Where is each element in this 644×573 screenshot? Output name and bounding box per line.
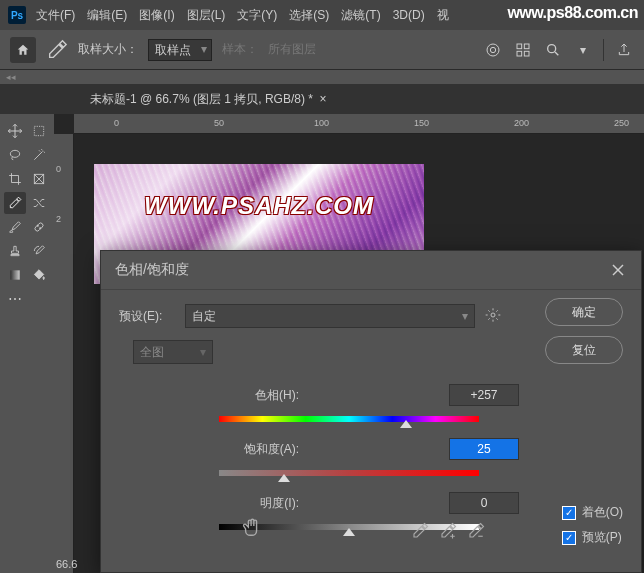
- eyedropper-tool[interactable]: [4, 192, 26, 214]
- svg-point-19: [491, 313, 495, 317]
- sample-size-label: 取样大小：: [78, 41, 138, 58]
- svg-rect-3: [524, 44, 529, 49]
- lightness-label: 明度(I):: [159, 495, 319, 512]
- eyedropper-plus-icon[interactable]: [439, 522, 459, 542]
- svg-rect-13: [34, 222, 44, 232]
- colorize-checkbox[interactable]: ✓: [562, 506, 576, 520]
- ps-logo: Ps: [8, 6, 26, 24]
- move-tool[interactable]: [4, 120, 26, 142]
- stamp-tool[interactable]: [4, 240, 26, 262]
- sample-value: 所有图层: [268, 41, 316, 58]
- svg-rect-10: [34, 174, 43, 183]
- menu-image[interactable]: 图像(I): [139, 7, 174, 24]
- preset-label: 预设(E):: [119, 308, 175, 325]
- eyedropper-icon[interactable]: [411, 522, 431, 542]
- svg-line-12: [34, 174, 43, 183]
- svg-point-15: [40, 228, 41, 229]
- menu-type[interactable]: 文字(Y): [237, 7, 277, 24]
- saturation-slider[interactable]: [219, 464, 479, 482]
- frame-tool[interactable]: [28, 168, 50, 190]
- menu-3d[interactable]: 3D(D): [393, 8, 425, 22]
- options-bar: 取样大小： 取样点 样本： 所有图层 ▾: [0, 30, 644, 70]
- eyedropper-tool-icon: [46, 39, 68, 61]
- svg-point-1: [490, 47, 495, 52]
- hand-icon[interactable]: [241, 516, 265, 540]
- watermark: www.ps88.com.cn: [507, 4, 638, 22]
- hue-slider[interactable]: [219, 410, 479, 428]
- svg-point-14: [37, 225, 38, 226]
- menu-filter[interactable]: 滤镜(T): [341, 7, 380, 24]
- menu-file[interactable]: 文件(F): [36, 7, 75, 24]
- dialog-title: 色相/饱和度: [115, 261, 189, 279]
- crop-tool[interactable]: [4, 168, 26, 190]
- preview-label: 预览(P): [582, 529, 622, 546]
- gear-icon[interactable]: [485, 307, 505, 326]
- svg-line-18: [613, 265, 623, 275]
- svg-rect-5: [524, 51, 529, 56]
- grid-icon[interactable]: [513, 40, 533, 60]
- preset-select[interactable]: 自定▾: [185, 304, 475, 328]
- preview-checkbox[interactable]: ✓: [562, 531, 576, 545]
- rings-icon[interactable]: [483, 40, 503, 60]
- hue-label: 色相(H):: [159, 387, 319, 404]
- svg-line-17: [613, 265, 623, 275]
- ruler-vertical: 0 2: [54, 134, 74, 573]
- svg-line-7: [555, 52, 558, 55]
- svg-rect-2: [517, 44, 522, 49]
- tab-row: 未标题-1 @ 66.7% (图层 1 拷贝, RGB/8) * ×: [0, 84, 644, 114]
- shuffle-tool[interactable]: [28, 192, 50, 214]
- canvas-watermark-text: WWW.PSAHZ.COM: [144, 192, 374, 220]
- svg-line-11: [34, 174, 43, 183]
- bucket-tool[interactable]: [28, 264, 50, 286]
- menu-edit[interactable]: 编辑(E): [87, 7, 127, 24]
- menu-select[interactable]: 选择(S): [289, 7, 329, 24]
- menu-layer[interactable]: 图层(L): [187, 7, 226, 24]
- ok-button[interactable]: 确定: [545, 298, 623, 326]
- drag-handle-icon[interactable]: ◂◂: [6, 72, 16, 82]
- handle-row: ◂◂: [0, 70, 644, 84]
- svg-rect-4: [517, 51, 522, 56]
- lightness-value[interactable]: 0: [449, 492, 519, 514]
- ruler-horizontal: 0 50 100 150 200 250: [74, 114, 644, 134]
- saturation-label: 饱和度(A):: [159, 441, 319, 458]
- svg-rect-8: [34, 126, 43, 135]
- svg-point-9: [10, 150, 19, 157]
- share-icon[interactable]: [614, 40, 634, 60]
- home-button[interactable]: [10, 37, 36, 63]
- range-select[interactable]: 全图▾: [133, 340, 213, 364]
- dialog-titlebar: 色相/饱和度: [101, 251, 641, 290]
- ellipsis-tool[interactable]: ⋯: [4, 288, 26, 310]
- menu-view[interactable]: 视: [437, 7, 449, 24]
- gradient-tool[interactable]: [4, 264, 26, 286]
- colorize-label: 着色(O): [582, 504, 623, 521]
- wand-tool[interactable]: [28, 144, 50, 166]
- panel-menu-icon[interactable]: ▾: [573, 40, 593, 60]
- hue-saturation-dialog: 色相/饱和度 预设(E): 自定▾ 确定 复位 全图▾ 色相(H):: [100, 250, 642, 573]
- svg-point-0: [487, 44, 499, 56]
- artboard-tool[interactable]: [28, 120, 50, 142]
- reset-button[interactable]: 复位: [545, 336, 623, 364]
- saturation-value[interactable]: 25: [449, 438, 519, 460]
- zoom-level[interactable]: 66.6: [56, 558, 77, 570]
- document-tab[interactable]: 未标题-1 @ 66.7% (图层 1 拷贝, RGB/8) * ×: [80, 86, 337, 113]
- sample-label: 样本：: [222, 41, 258, 58]
- hue-value[interactable]: +257: [449, 384, 519, 406]
- history-brush-tool[interactable]: [28, 240, 50, 262]
- svg-point-6: [548, 44, 556, 52]
- search-icon[interactable]: [543, 40, 563, 60]
- toolbar: ⋯: [0, 114, 54, 573]
- healing-tool[interactable]: [28, 216, 50, 238]
- sample-size-select[interactable]: 取样点: [148, 39, 212, 61]
- lasso-tool[interactable]: [4, 144, 26, 166]
- brush-tool[interactable]: [4, 216, 26, 238]
- svg-rect-16: [10, 270, 19, 279]
- close-button[interactable]: [609, 261, 627, 279]
- eyedropper-minus-icon[interactable]: [467, 522, 487, 542]
